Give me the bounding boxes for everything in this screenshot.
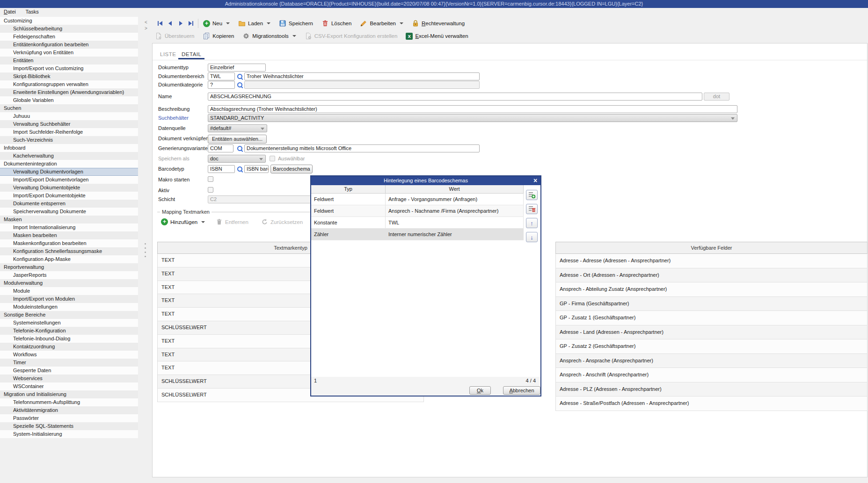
entfernen-button[interactable]: Entfernen	[216, 218, 248, 225]
aktiv-checkbox[interactable]	[208, 187, 213, 193]
dropdown-caret-icon[interactable]	[226, 22, 230, 24]
sidebar-item[interactable]: Kontaktzuordnung	[0, 343, 138, 351]
available-field-row[interactable]: Adresse - Land (Adressen - Ansprechpartn…	[556, 325, 867, 340]
splitter-handle[interactable]	[145, 243, 146, 245]
first-record-button[interactable]	[155, 19, 165, 28]
sidebar-section[interactable]: Migration und Initialisierung	[0, 390, 138, 398]
sidebar-item[interactable]: Konfigurationsgruppen verwalten	[0, 80, 138, 88]
sidebar-section[interactable]: Sonstige Bereiche	[0, 311, 138, 319]
move-up-button[interactable]: ↑	[526, 218, 538, 228]
speichern-button[interactable]: Speichern	[279, 20, 313, 27]
move-down-button[interactable]: ↓	[526, 232, 538, 242]
neu-button[interactable]: Neu	[203, 20, 230, 27]
barcode-schema-row[interactable]: FeldwertAnsprech - Nachname /Firma (Ansp…	[311, 205, 524, 217]
search-icon[interactable]	[237, 145, 243, 152]
speichern-als-dropdown[interactable]: doc	[208, 155, 266, 163]
sidebar-item[interactable]: Telefonie-Konfiguration	[0, 327, 138, 335]
sidebar-item[interactable]: Timer	[0, 359, 138, 367]
uebersteuern-button[interactable]: Übersteuern	[155, 32, 194, 40]
expand-sidebar-icon[interactable]: >	[143, 26, 149, 31]
abbrechen-button[interactable]: Abbrechen	[503, 386, 540, 395]
tab-detail[interactable]: DETAIL	[178, 51, 204, 59]
dropdown-caret-icon[interactable]	[292, 35, 296, 37]
datenquelle-dropdown[interactable]: #default#	[208, 124, 267, 132]
barcodetyp-code-field[interactable]: ISBN	[208, 165, 235, 173]
sidebar-item[interactable]: Speicherverwaltung Dokumente	[0, 208, 138, 216]
previous-record-button[interactable]	[165, 19, 175, 28]
zuruecksetzen-button[interactable]: Zurücksetzen	[261, 218, 303, 225]
dropdown-caret-icon[interactable]	[267, 22, 270, 24]
csv-export-button[interactable]: CSV-Export Konfiguration erstellen	[305, 32, 398, 40]
barcodeschema-button[interactable]: Barcodeschema	[270, 165, 313, 173]
loeschen-button[interactable]: Löschen	[321, 20, 351, 27]
available-field-row[interactable]: GP - Firma (Geschäftspartner)	[556, 297, 867, 311]
barcode-schema-row[interactable]: FeldwertAnfrage - Vorgangsnummer (Anfrag…	[311, 194, 524, 205]
add-row-button[interactable]	[526, 190, 538, 200]
sidebar-section[interactable]: Customizing	[0, 17, 138, 25]
last-record-button[interactable]	[186, 19, 196, 28]
auswaehlbar-checkbox[interactable]	[270, 156, 275, 161]
tab-liste[interactable]: LISTE	[160, 51, 176, 57]
sidebar-item[interactable]: Telefonie-Inbound-Dialog	[0, 335, 138, 343]
sidebar-item[interactable]: Maskenkonfiguration bearbeiten	[0, 239, 138, 247]
sidebar-item[interactable]: Schlüsselbearbeitung	[0, 25, 138, 33]
sidebar-item[interactable]: Konfiguration Schnellerfassungsmaske	[0, 247, 138, 255]
sidebar-item[interactable]: Telefonnummern-Aufsplittung	[0, 398, 138, 406]
barcode-schema-row[interactable]: KonstanteTWL	[311, 217, 524, 229]
dokumentenbereich-desc-field[interactable]: Troher Weihnachtslichter	[244, 72, 480, 80]
close-icon[interactable]: ×	[532, 177, 539, 184]
sidebar-item[interactable]: System-Initialisierung	[0, 430, 138, 438]
sidebar-item[interactable]: Systemeinstellungen	[0, 319, 138, 327]
sidebar-item[interactable]: Such-Verzeichnis	[0, 136, 138, 144]
generierungsvariante-code-field[interactable]: COM	[208, 144, 233, 152]
sidebar-item[interactable]: Verwaltung Suchbehälter	[0, 120, 138, 128]
sidebar-item[interactable]: JasperReports	[0, 271, 138, 279]
available-field-row[interactable]: GP - Zusatz 1 (Geschäftspartner)	[556, 311, 867, 325]
sidebar-item[interactable]: Konfiguration App-Maske	[0, 255, 138, 263]
makro-starten-checkbox[interactable]	[208, 176, 213, 182]
sidebar-item[interactable]: Kachelverwaltung	[0, 152, 138, 160]
available-field-row[interactable]: Ansprech - Ansprache (Ansprechpartner)	[556, 354, 867, 368]
hinzufuegen-button[interactable]: Hinzufügen	[161, 218, 205, 225]
sidebar-section[interactable]: Suchen	[0, 104, 138, 112]
collapse-sidebar-icon[interactable]: <	[143, 20, 149, 25]
excel-menue-button[interactable]: Excel-Menü verwalten	[406, 33, 468, 40]
sidebar-item[interactable]: Module	[0, 287, 138, 295]
bearbeiten-button[interactable]: Bearbeiten	[360, 20, 403, 27]
menu-tasks[interactable]: Tasks	[26, 9, 39, 14]
rechteverwaltung-button[interactable]: Rechteverwaltung	[412, 20, 465, 27]
available-field-row[interactable]: Adresse - Ort (Adressen - Ansprechpartne…	[556, 268, 867, 283]
menu-datei[interactable]: Datei	[4, 8, 16, 15]
beschreibung-field[interactable]: Abschlagsrechnung (Troher Weihnachtslich…	[208, 105, 737, 113]
search-icon[interactable]	[237, 73, 243, 80]
sidebar-item[interactable]: WSContainer	[0, 382, 138, 390]
sidebar-item[interactable]: Import Internationalisierung	[0, 223, 138, 231]
sidebar-item[interactable]: Moduleinstellungen	[0, 303, 138, 311]
entitaeten-auswaehlen-button[interactable]: Entitäten auswählen...	[208, 135, 267, 144]
sidebar-item[interactable]: Spezielle SQL-Statements	[0, 422, 138, 430]
dokumenttyp-field[interactable]: Einzelbrief	[208, 64, 266, 72]
sidebar-item[interactable]: Masken bearbeiten	[0, 231, 138, 239]
sidebar-item[interactable]: Verwaltung Dokumentvorlagen	[0, 168, 138, 176]
dokumentenbereich-code-field[interactable]: TWL	[208, 72, 235, 80]
sidebar-item[interactable]: Entitätenkonfiguration bearbeiten	[0, 41, 138, 49]
sidebar-item[interactable]: Aktivitätenmigration	[0, 406, 138, 414]
sidebar-item[interactable]: Import/Export von Customizing	[0, 65, 138, 72]
sidebar-section[interactable]: Infoboard	[0, 144, 138, 152]
next-record-button[interactable]	[175, 19, 186, 28]
sidebar-item[interactable]: Import/Export Dokumentvorlagen	[0, 176, 138, 184]
available-field-row[interactable]: GP - Zusatz 2 (Geschäftspartner)	[556, 339, 867, 354]
available-field-row[interactable]: Adresse - Adresse (Adressen - Ansprechpa…	[556, 254, 867, 268]
typ-column-header[interactable]: Typ	[311, 185, 386, 193]
ok-button[interactable]: Ok	[469, 386, 491, 395]
sidebar-item[interactable]: Verknüpfung von Entitäten	[0, 49, 138, 57]
dokumentkategorie-code-field[interactable]: ?	[208, 81, 235, 89]
dropdown-caret-icon[interactable]	[201, 221, 205, 223]
sidebar-item[interactable]: Passwörter	[0, 414, 138, 422]
sidebar-section[interactable]: Dokumentenintegration	[0, 160, 138, 168]
sidebar-item[interactable]: Verwaltung Dokumentobjekte	[0, 184, 138, 192]
sidebar-item[interactable]: Skript-Bibliothek	[0, 72, 138, 80]
barcode-schema-row[interactable]: ZählerInterner numerischer Zähler	[311, 229, 524, 240]
generierungsvariante-desc-field[interactable]: Dokumentenerstellung mittels Microsoft O…	[244, 144, 480, 152]
sidebar-item[interactable]: Gesperrte Daten	[0, 367, 138, 375]
